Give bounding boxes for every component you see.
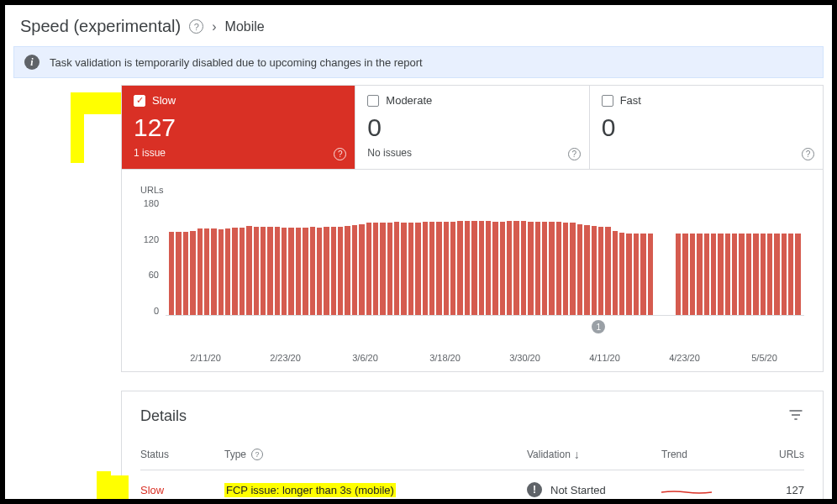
card-slow[interactable]: ✓ Slow 127 1 issue ? — [122, 86, 355, 169]
chart-bar[interactable] — [577, 224, 582, 315]
chart-bar[interactable] — [246, 226, 251, 315]
chart-bar[interactable] — [204, 228, 209, 315]
chart-bar[interactable] — [486, 221, 491, 315]
chart-bar[interactable] — [465, 221, 470, 315]
chart-bar[interactable] — [479, 221, 484, 315]
col-type[interactable]: Type ? — [224, 449, 527, 460]
chart-bar[interactable] — [613, 231, 618, 315]
chart-bar[interactable] — [584, 225, 589, 315]
chart-bar[interactable] — [225, 228, 230, 315]
chart-bar[interactable] — [288, 228, 293, 315]
chart-bar[interactable] — [640, 234, 645, 315]
chart-bar[interactable] — [492, 222, 497, 315]
chart-plot[interactable]: 1 — [166, 198, 804, 316]
chart-bar[interactable] — [401, 223, 406, 315]
chart-bar[interactable] — [324, 227, 329, 315]
chart-bar[interactable] — [788, 234, 793, 315]
help-icon[interactable]: ? — [189, 19, 203, 34]
chart-event-marker[interactable]: 1 — [592, 320, 605, 333]
chart-bar[interactable] — [436, 222, 441, 315]
chart-bar[interactable] — [261, 227, 266, 315]
chart-bar[interactable] — [556, 222, 561, 315]
chart-bar[interactable] — [232, 228, 237, 315]
chart-bar[interactable] — [718, 234, 723, 315]
chart-bar[interactable] — [415, 223, 420, 315]
chart-bar[interactable] — [317, 228, 322, 315]
chart-bar[interactable] — [753, 234, 758, 315]
chart-bar[interactable] — [542, 222, 547, 315]
chart-bar[interactable] — [254, 227, 259, 315]
help-icon[interactable]: ? — [802, 148, 814, 160]
chart-bar[interactable] — [732, 234, 737, 315]
chart-bar[interactable] — [697, 234, 702, 315]
chart-bar[interactable] — [408, 223, 413, 315]
chart-bar[interactable] — [394, 222, 399, 315]
chart-bar[interactable] — [211, 228, 216, 315]
chart-bar[interactable] — [282, 228, 287, 315]
chart-bar[interactable] — [457, 221, 462, 315]
chart-bar[interactable] — [296, 228, 301, 315]
chart-bar[interactable] — [598, 227, 603, 315]
chart-bar[interactable] — [197, 228, 203, 315]
chart-bar[interactable] — [352, 225, 357, 315]
help-icon[interactable]: ? — [334, 148, 346, 160]
chart-bar[interactable] — [444, 222, 449, 315]
card-moderate[interactable]: Moderate 0 No issues ? — [355, 86, 589, 169]
chart-bar[interactable] — [528, 222, 533, 315]
chart-bar[interactable] — [338, 227, 343, 315]
chart-bar[interactable] — [373, 223, 378, 315]
chart-bar[interactable] — [310, 227, 315, 315]
chart-bar[interactable] — [563, 223, 568, 315]
chart-bar[interactable] — [345, 226, 350, 315]
chart-bar[interactable] — [767, 234, 772, 315]
chart-bar[interactable] — [429, 222, 434, 315]
chart-bar[interactable] — [795, 234, 800, 315]
chart-bar[interactable] — [549, 222, 554, 315]
chart-bar[interactable] — [275, 227, 280, 315]
chart-bar[interactable] — [521, 221, 526, 315]
chart-bar[interactable] — [782, 234, 787, 315]
chart-bar[interactable] — [513, 221, 519, 315]
chart-bar[interactable] — [634, 234, 639, 315]
chart-bar[interactable] — [500, 222, 505, 315]
chart-bar[interactable] — [380, 223, 385, 315]
chart-bar[interactable] — [739, 234, 744, 315]
card-fast[interactable]: Fast 0 ? — [590, 86, 823, 169]
chart-bar[interactable] — [690, 234, 695, 315]
chart-bar[interactable] — [387, 223, 392, 315]
chart-bar[interactable] — [761, 234, 766, 315]
chart-bar[interactable] — [592, 226, 597, 315]
chart-bar[interactable] — [676, 234, 681, 315]
chart-bar[interactable] — [183, 232, 188, 315]
chart-bar[interactable] — [746, 234, 751, 315]
chart-bar[interactable] — [507, 221, 512, 315]
col-trend[interactable]: Trend — [661, 449, 762, 460]
chart-bar[interactable] — [619, 233, 624, 315]
chart-bar[interactable] — [331, 227, 336, 315]
chart-bar[interactable] — [176, 232, 181, 315]
chart-bar[interactable] — [190, 231, 195, 315]
chart-bar[interactable] — [359, 224, 364, 315]
chart-bar[interactable] — [774, 234, 779, 315]
chart-bar[interactable] — [570, 223, 575, 315]
chart-bar[interactable] — [626, 234, 631, 315]
chart-bar[interactable] — [725, 234, 730, 315]
col-status[interactable]: Status — [140, 449, 224, 460]
chart-bar[interactable] — [240, 228, 245, 315]
chart-bar[interactable] — [682, 234, 687, 315]
chart-bar[interactable] — [711, 234, 716, 315]
chart-bar[interactable] — [303, 228, 308, 315]
col-validation[interactable]: Validation ↓ — [527, 448, 661, 461]
chart-bar[interactable] — [267, 227, 272, 315]
chart-bar[interactable] — [423, 222, 428, 315]
chart-bar[interactable] — [218, 229, 224, 315]
filter-icon[interactable] — [787, 407, 804, 426]
chart-bar[interactable] — [169, 232, 174, 315]
help-icon[interactable]: ? — [251, 449, 263, 460]
table-row[interactable]: Slow FCP issue: longer than 3s (mobile) … — [140, 470, 804, 504]
chart-bar[interactable] — [648, 234, 653, 315]
chart-bar[interactable] — [535, 222, 540, 315]
chart-bar[interactable] — [704, 234, 709, 315]
chart-bar[interactable] — [605, 227, 610, 315]
col-urls[interactable]: URLs — [762, 449, 804, 460]
